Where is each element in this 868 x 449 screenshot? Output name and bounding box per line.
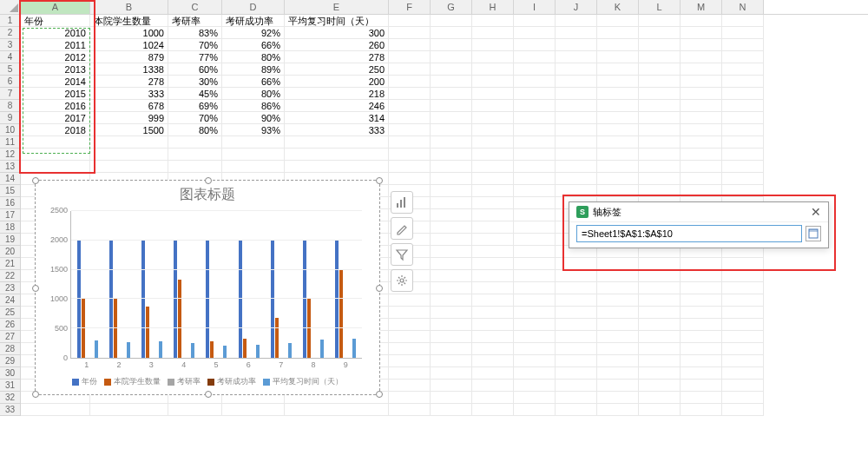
- cell[interactable]: [389, 88, 431, 100]
- cell[interactable]: [597, 392, 639, 404]
- cell[interactable]: [514, 367, 556, 380]
- cell[interactable]: [514, 88, 556, 100]
- cell[interactable]: [472, 282, 514, 294]
- cell[interactable]: [389, 51, 431, 63]
- cell[interactable]: [639, 15, 681, 27]
- cell[interactable]: [639, 343, 681, 355]
- cell[interactable]: [431, 197, 472, 209]
- column-header-M[interactable]: M: [681, 0, 722, 14]
- cell[interactable]: [389, 27, 431, 39]
- row-header-27[interactable]: 27: [0, 331, 21, 343]
- cell[interactable]: [472, 124, 514, 136]
- cell[interactable]: [681, 319, 722, 331]
- cell[interactable]: [639, 51, 681, 63]
- cell[interactable]: [639, 270, 681, 282]
- cell[interactable]: 2018: [21, 124, 90, 136]
- cell[interactable]: [90, 404, 168, 416]
- legend-item[interactable]: 考研成功率: [207, 376, 256, 387]
- chart-filter-button[interactable]: [391, 243, 413, 266]
- cell[interactable]: [431, 404, 472, 416]
- cell[interactable]: 83%: [168, 27, 222, 39]
- dialog-header[interactable]: S 轴标签 ✕: [569, 202, 828, 221]
- cell[interactable]: [514, 282, 556, 294]
- cell[interactable]: [514, 258, 556, 270]
- cell[interactable]: [597, 149, 639, 161]
- cell[interactable]: [639, 63, 681, 76]
- cell[interactable]: [472, 173, 514, 185]
- cell[interactable]: [597, 51, 639, 63]
- cell[interactable]: 66%: [222, 76, 285, 88]
- cell[interactable]: [597, 282, 639, 294]
- cell[interactable]: [597, 380, 639, 392]
- cell[interactable]: [514, 209, 556, 221]
- row-header-16[interactable]: 16: [0, 197, 21, 209]
- cell[interactable]: [556, 39, 597, 51]
- cell[interactable]: [681, 331, 722, 343]
- cell[interactable]: 999: [90, 112, 168, 124]
- cell[interactable]: [556, 63, 597, 76]
- cell[interactable]: [389, 331, 431, 343]
- cell[interactable]: 250: [285, 63, 389, 76]
- cell[interactable]: [597, 294, 639, 307]
- bar[interactable]: [210, 341, 214, 358]
- cell[interactable]: [639, 404, 681, 416]
- cell[interactable]: [556, 380, 597, 392]
- row-header-18[interactable]: 18: [0, 221, 21, 234]
- cell[interactable]: [389, 76, 431, 88]
- cell[interactable]: [681, 88, 722, 100]
- row-header-20[interactable]: 20: [0, 246, 21, 258]
- cell[interactable]: [431, 15, 472, 27]
- cell[interactable]: 60%: [168, 63, 222, 76]
- cell[interactable]: [556, 343, 597, 355]
- cell[interactable]: [722, 185, 764, 197]
- cell[interactable]: [597, 76, 639, 88]
- cell[interactable]: 80%: [168, 124, 222, 136]
- cell[interactable]: [431, 319, 472, 331]
- cell[interactable]: [722, 331, 764, 343]
- cell[interactable]: [597, 307, 639, 319]
- cell[interactable]: [389, 355, 431, 367]
- embedded-chart[interactable]: 图表标题 05001000150020002500 123456789 年份本院…: [35, 180, 380, 395]
- row-header-10[interactable]: 10: [0, 124, 21, 136]
- cell[interactable]: [639, 173, 681, 185]
- resize-handle[interactable]: [32, 177, 39, 184]
- cell[interactable]: 本院学生数量: [90, 15, 168, 27]
- cell[interactable]: [722, 51, 764, 63]
- cell[interactable]: [556, 392, 597, 404]
- cell[interactable]: [722, 136, 764, 149]
- row-header-19[interactable]: 19: [0, 234, 21, 246]
- cell[interactable]: [472, 258, 514, 270]
- bar[interactable]: [127, 342, 130, 358]
- cell[interactable]: [681, 173, 722, 185]
- column-header-N[interactable]: N: [722, 0, 764, 14]
- cell[interactable]: [472, 404, 514, 416]
- cell[interactable]: [639, 258, 681, 270]
- column-header-K[interactable]: K: [597, 0, 639, 14]
- row-header-2[interactable]: 2: [0, 27, 21, 39]
- bar[interactable]: [352, 339, 356, 359]
- row-header-33[interactable]: 33: [0, 404, 21, 416]
- column-header-E[interactable]: E: [285, 0, 389, 14]
- bar[interactable]: [320, 340, 324, 358]
- cell[interactable]: [514, 39, 556, 51]
- cell[interactable]: [431, 76, 472, 88]
- row-header-29[interactable]: 29: [0, 355, 21, 367]
- cell[interactable]: [681, 380, 722, 392]
- cell[interactable]: [681, 39, 722, 51]
- cell[interactable]: [90, 149, 168, 161]
- cell[interactable]: [722, 112, 764, 124]
- cell[interactable]: [722, 380, 764, 392]
- resize-handle[interactable]: [205, 391, 212, 398]
- row-header-11[interactable]: 11: [0, 136, 21, 149]
- cell[interactable]: [639, 319, 681, 331]
- row-header-6[interactable]: 6: [0, 76, 21, 88]
- cell[interactable]: [514, 185, 556, 197]
- cell[interactable]: [722, 343, 764, 355]
- row-header-12[interactable]: 12: [0, 149, 21, 161]
- cell[interactable]: [639, 136, 681, 149]
- cell[interactable]: [722, 319, 764, 331]
- cell[interactable]: [639, 149, 681, 161]
- cell[interactable]: [389, 112, 431, 124]
- cell[interactable]: [597, 136, 639, 149]
- cell[interactable]: [597, 319, 639, 331]
